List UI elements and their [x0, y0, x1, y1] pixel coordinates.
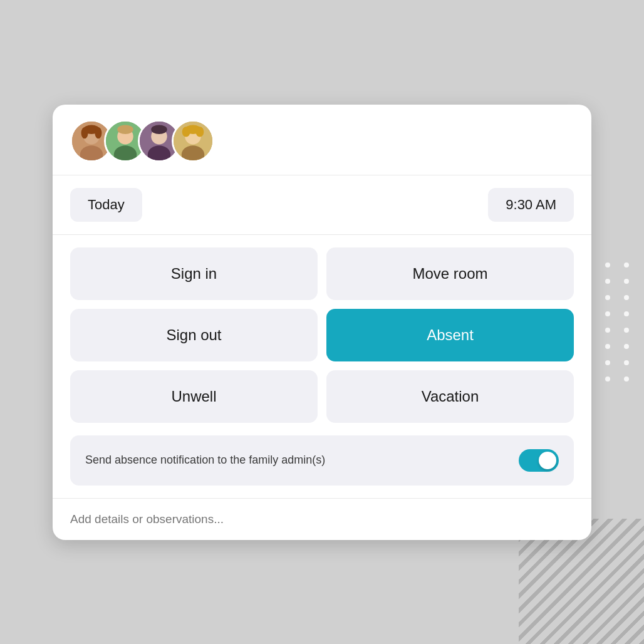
svg-point-4 [81, 127, 88, 138]
date-time-row: Today 9:30 AM [53, 175, 591, 235]
absent-button[interactable]: Absent [326, 309, 574, 361]
avatar-group [70, 120, 214, 162]
toggle-thumb [539, 452, 556, 469]
time-button[interactable]: 9:30 AM [488, 188, 574, 222]
dot-pattern [605, 262, 631, 382]
notification-text: Send absence notification to the family … [85, 452, 325, 468]
vacation-button[interactable]: Vacation [326, 370, 574, 423]
observations-input[interactable] [70, 512, 574, 526]
actions-grid: Sign in Move room Sign out Absent Unwell… [53, 235, 591, 435]
notification-row: Send absence notification to the family … [70, 435, 574, 486]
unwell-button[interactable]: Unwell [70, 370, 318, 423]
avatar-child-4 [172, 120, 214, 162]
date-button[interactable]: Today [70, 188, 142, 222]
absence-notification-toggle[interactable] [519, 449, 559, 472]
sign-in-button[interactable]: Sign in [70, 247, 318, 300]
move-room-button[interactable]: Move room [326, 247, 574, 300]
toggle-track[interactable] [519, 449, 559, 472]
card-footer [53, 498, 591, 540]
main-card: Today 9:30 AM Sign in Move room Sign out… [53, 105, 591, 540]
svg-point-14 [151, 125, 167, 134]
svg-point-10 [117, 125, 133, 134]
sign-out-button[interactable]: Sign out [70, 309, 318, 361]
card-header [53, 105, 591, 175]
svg-point-5 [95, 127, 101, 138]
svg-point-20 [196, 127, 204, 137]
svg-point-19 [182, 127, 190, 137]
